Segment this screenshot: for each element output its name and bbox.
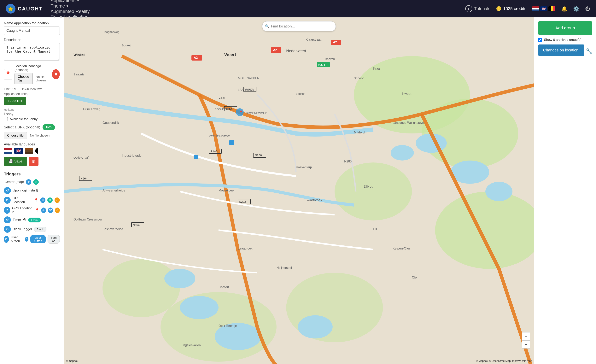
power-icon[interactable]: ⏻ [585, 6, 590, 12]
gps1-vis-btn[interactable]: 👁 [47, 197, 52, 203]
name-input[interactable] [4, 27, 60, 35]
svg-text:A2: A2 [273, 48, 277, 52]
trigger-user-icon: ↺ [4, 236, 9, 243]
link-url-label: Link URL [4, 87, 17, 91]
svg-text:Klaarstraat: Klaarstraat [305, 38, 321, 41]
main-layout: Name application for location Descriptio… [0, 17, 596, 364]
wrench-button[interactable]: 🔧 [586, 48, 592, 54]
gps2-warn-btn[interactable]: ⚠ [55, 208, 60, 213]
notification-icon[interactable]: 🔔 [561, 6, 567, 12]
add-link-button[interactable]: + Add link [4, 97, 26, 105]
svg-text:Kwegt: Kwegt [402, 92, 411, 96]
user-button-badge[interactable]: User button [30, 235, 46, 243]
nav-item-rollout-application[interactable]: Rollout application [51, 14, 90, 20]
trigger-gps1-label: GPS Location [13, 196, 32, 204]
gps1-warn-btn[interactable]: ⚠ [54, 197, 60, 203]
user-btn-count: 3 [25, 237, 28, 242]
svg-text:Roeven: Roeven [325, 57, 335, 60]
trigger-gps2: ↺ GPS Location 2 📍 👁 🗺 ⚠ [4, 206, 60, 214]
gps1-eye-btn[interactable]: 👁 [40, 197, 45, 203]
svg-point-6 [103, 259, 180, 317]
lang-uk[interactable]: 🇬🇧 [14, 148, 23, 154]
flag-nl[interactable] [532, 6, 539, 11]
center-map-view-btn[interactable]: 👁 [33, 179, 39, 185]
svg-text:Landgoed Wellensteyn: Landgoed Wellensteyn [393, 121, 424, 124]
trigger-timer: ↺ Timer ⏱ 1 min. [4, 216, 60, 223]
svg-text:N275: N275 [318, 63, 325, 66]
nav-item-theme[interactable]: Theme▾ [51, 3, 90, 9]
lang-dark[interactable] [25, 148, 33, 154]
navbar: CAUGHT Applications▾Theme▾Augmented Real… [0, 0, 596, 17]
svg-point-12 [485, 182, 513, 201]
flag-be[interactable] [548, 6, 555, 11]
svg-text:Oler: Oler [412, 276, 418, 279]
nav-right: ▶ Tutorials 🪙 1025 credits 🇬🇧 🔔 ⚙️ ⏻ [465, 5, 590, 12]
svg-text:Princenweg: Princenweg [83, 107, 100, 111]
tutorials-button[interactable]: ▶ Tutorials [465, 5, 490, 12]
zoom-in-button[interactable]: + [522, 332, 530, 340]
gps2-eye-btn[interactable]: 👁 [41, 208, 46, 213]
search-icon: 🔍 [265, 24, 269, 29]
svg-text:Nederweert: Nederweert [286, 49, 306, 53]
map-container[interactable]: Weert Nederweert Laar LAARVELD MOLENAKKE… [64, 17, 534, 364]
triggers-section: Triggers Center (map) 👁 👁 ↺ Upon login (… [4, 170, 60, 244]
lobby-checkbox[interactable] [4, 117, 8, 121]
svg-text:📍: 📍 [239, 110, 243, 114]
logo-icon [6, 4, 15, 14]
svg-text:Heijkerseel: Heijkerseel [276, 266, 292, 269]
gpx-choose-file-button[interactable]: Choose file [4, 132, 27, 139]
choose-file-button[interactable]: Choose file [15, 73, 33, 84]
svg-text:Industriekade: Industriekade [122, 154, 142, 157]
zoom-out-button[interactable]: − [522, 340, 530, 349]
trigger-gps1: ↺ GPS Location 📍 👁 👁 ⚠ [4, 196, 60, 204]
description-textarea[interactable]: This is an application for the Caught Ma… [4, 43, 60, 60]
add-group-button[interactable]: Add group [538, 21, 592, 35]
trigger-center-map: Center (map) 👁 👁 [4, 179, 60, 185]
lang-nl[interactable] [4, 148, 12, 154]
changes-button[interactable]: Changes on location! [538, 45, 584, 56]
credits-badge: 🪙 1025 credits [496, 6, 526, 11]
trigger-gps2-label: GPS Location 2 [12, 206, 33, 214]
nav-item-augmented-reality[interactable]: Augmented Reality [51, 9, 90, 14]
svg-text:Weert: Weert [224, 52, 236, 57]
svg-text:Laar: Laar [218, 96, 225, 99]
triggers-title: Triggers [4, 171, 60, 177]
map-search-input[interactable] [262, 21, 336, 31]
trigger-login-icon: ↺ [4, 187, 11, 194]
lobby-checkbox-label: Available for Lobby [10, 117, 37, 121]
lang-other[interactable] [35, 148, 41, 154]
svg-text:RING: RING [210, 150, 218, 153]
svg-rect-83 [194, 155, 198, 159]
svg-text:Moeselpeel: Moeselpeel [218, 189, 234, 192]
svg-text:KEENT MOESEL: KEENT MOESEL [209, 135, 231, 138]
nav-item-applications[interactable]: Applications▾ [51, 0, 90, 3]
trigger-blank: ↺ Blank Trigger Blank [4, 226, 60, 233]
delete-button[interactable]: 🗑 [29, 157, 38, 166]
icon-upload-controls: Location icon/logo (optional) Choose fil… [15, 64, 50, 84]
svg-text:Ell: Ell [373, 227, 377, 231]
center-map-eye-btn[interactable]: 👁 [26, 179, 31, 185]
flag-uk[interactable]: 🇬🇧 [540, 6, 547, 11]
save-button[interactable]: 💾 Save [4, 157, 27, 166]
gps2-pin: 📍 [35, 208, 39, 212]
svg-text:N280: N280 [344, 160, 351, 163]
name-group: Name application for location [4, 21, 60, 35]
stop-button[interactable]: ■ [52, 69, 60, 79]
logo[interactable]: CAUGHT [6, 4, 43, 14]
svg-text:MOLENAKKER: MOLENAKKER [238, 77, 259, 80]
sidebar: Name application for location Descriptio… [0, 17, 64, 364]
gpx-info-button[interactable]: Info [43, 124, 55, 130]
center-map-label: Center (map) [5, 180, 24, 184]
language-flags: 🇬🇧 [532, 6, 555, 11]
trigger-user-btn: ↺ User button 3 User button Turn off [4, 235, 60, 244]
gps2-blue-btn[interactable]: 🗺 [48, 208, 53, 213]
map-background[interactable]: Weert Nederweert Laar LAARVELD MOLENAKKE… [64, 17, 534, 364]
gpx-label: Select a GPX (optional) [4, 125, 40, 129]
timer-duration[interactable]: 1 min. [28, 218, 41, 223]
settings-icon[interactable]: ⚙️ [573, 6, 579, 12]
turn-off-button[interactable]: Turn off [48, 235, 60, 244]
svg-point-9 [391, 145, 414, 161]
archived-checkbox[interactable] [538, 38, 542, 42]
svg-text:Schoor: Schoor [354, 77, 364, 80]
floppy-icon: 💾 [8, 159, 13, 163]
